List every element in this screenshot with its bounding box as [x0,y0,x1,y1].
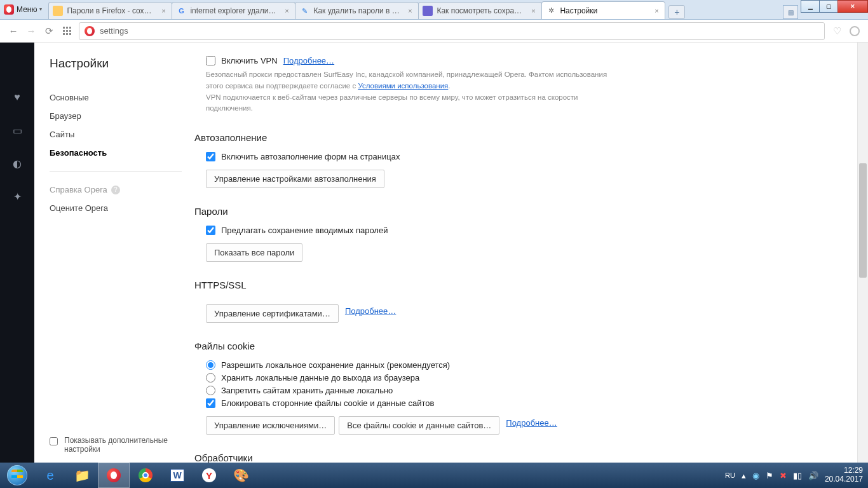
address-bar[interactable]: settings [79,22,825,40]
cookies-opt2-row[interactable]: Хранить локальные данные до выхода из бр… [206,373,804,383]
start-button[interactable] [0,463,34,488]
cookies-opt2-radio[interactable] [206,373,215,383]
cookies-learn-more-link[interactable]: Подробнее… [506,418,557,428]
sidebar-item-browser[interactable]: Браузер [50,107,182,125]
autofill-manage-button[interactable]: Управление настройками автозаполнения [206,170,384,188]
cookies-block3p-row[interactable]: Блокировать сторонние файлы cookie и дан… [206,398,804,408]
window-maximize-button[interactable] [819,0,838,13]
taskbar-paint[interactable]: 🎨 [225,463,257,488]
sidebar-item-security[interactable]: Безопасность [50,144,182,162]
grid-icon [63,27,71,35]
speed-dial-button[interactable] [11,58,24,71]
sidebar-help-link[interactable]: Справка Opera ? [50,180,182,199]
opera-page-icon [85,26,95,36]
tab-close-icon[interactable]: × [282,6,291,15]
tab-title: Настройки [560,6,648,15]
vpn-enable-checkbox[interactable] [206,56,215,65]
cookies-opt3-row[interactable]: Запретить сайтам хранить данные локально [206,386,804,395]
sidebar-item-basic[interactable]: Основные [50,88,182,107]
tray-app-icon[interactable]: ◉ [752,471,759,480]
sidebar-item-sites[interactable]: Сайты [50,125,182,144]
tab-close-icon[interactable]: × [405,6,414,15]
vpn-enable-row[interactable]: Включить VPN Подробнее… [206,56,804,65]
cookies-exceptions-button[interactable]: Управление исключениями… [206,416,335,435]
apps-button[interactable] [61,25,72,37]
cookies-opt1-row[interactable]: Разрешить локальное сохранение данных (р… [206,360,804,370]
settings-sidebar: Настройки Основные Браузер Сайты Безопас… [34,43,194,463]
tab-close-icon[interactable]: × [529,6,538,15]
vpn-terms-link[interactable]: Условиями использования [358,82,448,90]
tab-close-icon[interactable]: × [159,6,168,15]
autofill-enable-row[interactable]: Включить автозаполнение форм на страница… [206,152,804,161]
passwords-offer-row[interactable]: Предлагать сохранение вводимых паролей [206,226,804,235]
bookmarks-rail-button[interactable]: ♥ [11,91,24,104]
address-text: settings [100,26,128,36]
sidebar-rate-link[interactable]: Оцените Opera [50,199,182,217]
tab-settings[interactable]: ✲ Настройки × [541,1,665,19]
new-tab-button[interactable]: + [668,5,685,19]
autofill-enable-checkbox[interactable] [206,152,215,161]
passwords-offer-label: Предлагать сохранение вводимых паролей [221,226,388,235]
extensions-rail-button[interactable]: ✦ [11,190,24,203]
tab-title: Пароли в Firefox - сохран… [67,6,155,15]
back-button[interactable]: ← [8,25,19,37]
tab-view-saved[interactable]: Как посмотреть сохранен… × [418,2,542,19]
vpn-learn-more-link[interactable]: Подробнее… [283,56,334,65]
cookies-all-data-button[interactable]: Все файлы cookie и данные сайтов… [339,416,499,435]
tab-delete-passwords[interactable]: ✎ Как удалить пароли в бра… × [295,2,419,19]
taskbar-chrome[interactable] [130,463,161,488]
window-close-button[interactable] [837,0,868,13]
cookies-block3p-checkbox[interactable] [206,398,215,408]
tab-close-icon[interactable]: × [652,6,661,15]
passwords-show-button[interactable]: Показать все пароли [206,243,302,262]
taskbar-clock[interactable]: 12:29 20.04.2017 [825,466,868,484]
taskbar: e 📁 W Y 🎨 RU ▴ ◉ ⚑ ✖ ▮▯ 🔊 12:29 20.04.20… [0,463,868,488]
history-rail-button[interactable]: ◐ [11,157,24,170]
section-handlers-title: Обработчики [194,452,804,463]
window-minimize-button[interactable] [801,0,820,13]
scrollbar[interactable] [857,43,868,463]
forward-button[interactable]: → [25,25,37,37]
cookies-opt1-radio[interactable] [206,360,215,370]
firefox-icon [53,6,63,16]
https-manage-button[interactable]: Управление сертификатами… [206,304,339,323]
cookies-opt1-label: Разрешить локальное сохранение данных (р… [221,360,450,370]
section-passwords-title: Пароли [194,206,804,217]
cookies-opt3-radio[interactable] [206,386,215,395]
tray-network-icon[interactable]: ▮▯ [793,471,802,480]
google-icon: G [176,6,186,16]
tab-overflow-button[interactable]: ▤ [783,5,798,19]
tray-chevron-icon[interactable]: ▴ [742,471,746,480]
scrollbar-thumb[interactable] [859,163,867,278]
section-https-title: HTTPS/SSL [194,280,804,290]
tab-firefox-passwords[interactable]: Пароли в Firefox - сохран… × [48,2,172,19]
news-rail-button[interactable]: ▭ [11,124,24,137]
show-advanced-input[interactable] [50,437,58,445]
https-learn-more-link[interactable]: Подробнее… [345,306,396,316]
tab-title: internet explorer удалить … [190,6,278,15]
tray-lang[interactable]: RU [725,471,735,479]
taskbar-explorer[interactable]: 📁 [66,463,98,488]
reload-button[interactable]: ⟳ [43,25,55,37]
opera-menu-button[interactable]: Меню ▾ [0,0,48,19]
profile-button[interactable] [849,25,860,37]
tray-flag-icon[interactable]: ⚑ [766,471,773,480]
vpn-desc-line2: VPN подключается к веб-сайтам через разл… [206,93,578,112]
tray-volume-icon[interactable]: 🔊 [808,471,818,480]
vpn-description: Безопасный прокси предоставлен SurfEasy … [206,69,613,114]
toolbar: ← → ⟳ settings ♡ [0,20,868,43]
autofill-enable-label: Включить автозаполнение форм на страница… [221,152,400,161]
system-tray[interactable]: RU ▴ ◉ ⚑ ✖ ▮▯ 🔊 [719,471,825,480]
show-advanced-label: Показывать дополнительные настройки [64,436,172,454]
taskbar-yandex[interactable]: Y [193,463,225,488]
taskbar-opera[interactable] [98,463,130,488]
tab-ie-delete[interactable]: G internet explorer удалить … × [172,2,295,19]
bookmark-button[interactable]: ♡ [831,25,843,37]
tray-security-icon[interactable]: ✖ [780,471,787,480]
passwords-offer-checkbox[interactable] [206,226,215,235]
taskbar-ie[interactable]: e [34,463,66,488]
page-icon: ✎ [299,6,309,16]
taskbar-word[interactable]: W [161,463,193,488]
settings-main[interactable]: VPN Включить VPN Подробнее… Безопасный п… [194,43,868,463]
show-advanced-checkbox[interactable]: Показывать дополнительные настройки [50,436,172,454]
